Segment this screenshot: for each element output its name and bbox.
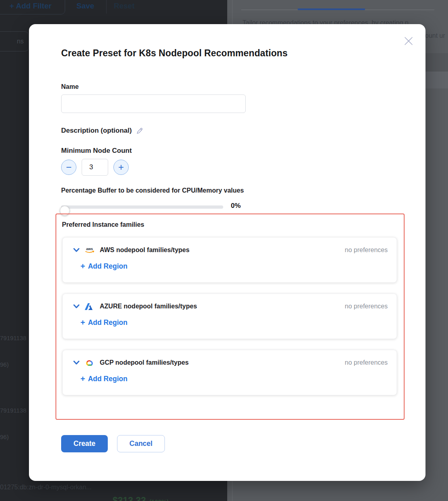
save-button[interactable]: Save xyxy=(76,2,94,10)
panel-text-fragment: ount ur xyxy=(425,32,445,39)
page-root: + Add Filter Save Reset ns 79191138 96) … xyxy=(0,0,448,501)
plus-icon: + xyxy=(118,162,124,172)
buffer-slider: 0% xyxy=(61,202,270,212)
min-node-count-label: Minimum Node Count xyxy=(61,147,132,155)
aws-logo-icon: aws xyxy=(84,246,97,254)
buffer-value: 0% xyxy=(231,202,241,210)
close-icon[interactable] xyxy=(402,35,415,47)
description-row: Description (optional) xyxy=(61,127,144,135)
cancel-button[interactable]: Cancel xyxy=(117,435,165,452)
chevron-down-icon[interactable] xyxy=(73,360,80,365)
plus-icon: + xyxy=(80,318,85,327)
add-filter-button[interactable]: + Add Filter xyxy=(0,0,65,14)
plus-icon: + xyxy=(80,262,85,271)
background-row-fragment: 96) xyxy=(0,433,9,440)
min-node-count-value[interactable]: 3 xyxy=(82,159,108,176)
provider-status: no preferences xyxy=(345,246,388,254)
decrement-button[interactable]: − xyxy=(61,160,76,175)
provider-card-gcp: GCP nodepool families/types no preferenc… xyxy=(62,350,397,395)
provider-card-aws: aws AWS nodepool families/types no prefe… xyxy=(62,237,397,283)
add-region-button[interactable]: + Add Region xyxy=(80,318,127,327)
provider-status: no preferences xyxy=(345,303,388,310)
add-region-button[interactable]: + Add Region xyxy=(80,374,127,384)
provider-label: AWS nodepool families/types xyxy=(100,246,189,254)
increment-button[interactable]: + xyxy=(113,160,129,175)
background-cost-fragment: $313.33(100%) xyxy=(113,495,169,501)
active-tab-underline xyxy=(298,8,365,10)
background-row-fragment: 79191138 xyxy=(0,407,27,414)
name-input[interactable] xyxy=(61,94,246,113)
toolbar-divider xyxy=(106,0,107,14)
provider-label: GCP nodepool families/types xyxy=(100,359,189,366)
provider-header-row[interactable]: aws AWS nodepool families/types no prefe… xyxy=(73,245,388,255)
background-row-fragment: 79191138 xyxy=(0,335,27,341)
edit-pencil-icon[interactable] xyxy=(136,127,144,135)
chevron-down-icon[interactable] xyxy=(73,247,80,253)
create-button[interactable]: Create xyxy=(61,435,108,452)
provider-status: no preferences xyxy=(345,359,388,366)
description-label: Description (optional) xyxy=(61,127,132,135)
preferred-instance-families-section: Preferred Instance families aws AWS nod xyxy=(55,214,405,420)
add-region-button[interactable]: + Add Region xyxy=(80,262,127,271)
provider-header-row[interactable]: AZURE nodepool families/types no prefere… xyxy=(73,301,388,312)
preferred-families-label: Preferred Instance families xyxy=(62,221,144,228)
provider-card-azure: AZURE nodepool families/types no prefere… xyxy=(62,294,397,339)
provider-header-row[interactable]: GCP nodepool families/types no preferenc… xyxy=(73,357,388,368)
buffer-label: Percentage Buffer to be considered for C… xyxy=(61,187,244,194)
slider-track[interactable] xyxy=(61,205,223,209)
gcp-logo-icon xyxy=(84,359,97,367)
background-db-fragment: 01275:db:zn-dr-0-mysql-orkan... xyxy=(0,484,92,491)
svg-text:aws: aws xyxy=(86,247,93,251)
minus-icon: − xyxy=(66,162,72,172)
azure-logo-icon xyxy=(84,303,97,310)
add-filter-label: + Add Filter xyxy=(10,2,51,10)
plus-icon: + xyxy=(80,374,85,384)
chevron-down-icon[interactable] xyxy=(73,304,80,309)
min-node-count-stepper: − 3 + xyxy=(61,159,129,176)
background-row-fragment: 96) xyxy=(0,361,9,368)
create-preset-modal: Create Preset for K8s Nodepool Recommend… xyxy=(29,24,425,481)
name-label: Name xyxy=(61,83,79,90)
modal-title: Create Preset for K8s Nodepool Recommend… xyxy=(61,48,288,59)
provider-label: AZURE nodepool families/types xyxy=(100,303,197,310)
reset-button[interactable]: Reset xyxy=(114,2,135,10)
background-chip-fragment: ns xyxy=(0,31,29,51)
